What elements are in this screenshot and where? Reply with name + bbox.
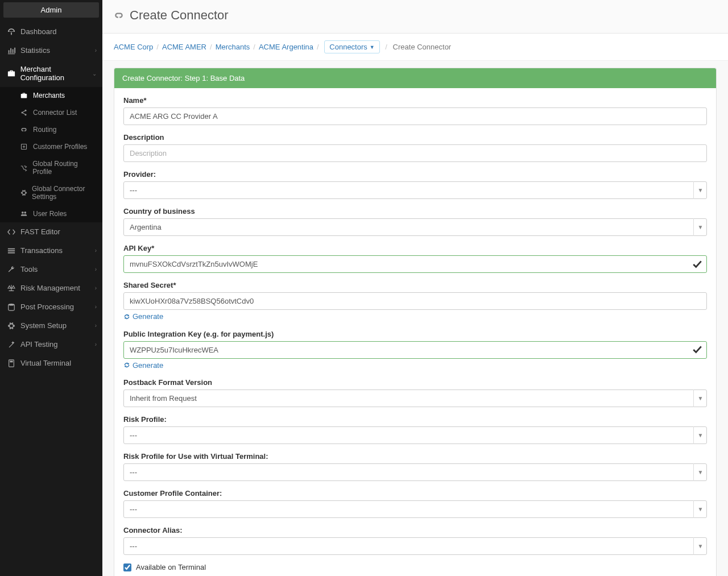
check-icon [692, 259, 702, 270]
subnav-item-global-routing-profile[interactable]: Global Routing Profile [0, 155, 102, 180]
subnav-label: Routing [33, 126, 56, 134]
nav-label: Transactions [20, 246, 63, 255]
subnav-label: Global Routing Profile [32, 160, 96, 176]
nav-item-risk-management[interactable]: Risk Management› [0, 279, 102, 297]
nav-item-fast-editor[interactable]: FAST Editor [0, 222, 102, 241]
chevron-right-icon: › [95, 247, 97, 254]
name-input[interactable] [123, 107, 707, 125]
refresh-icon [123, 313, 130, 320]
subnav-item-customer-profiles[interactable]: Customer Profiles [0, 138, 102, 155]
subnav-item-connector-list[interactable]: Connector List [0, 104, 102, 121]
nav-item-statistics[interactable]: Statistics› [0, 41, 102, 60]
pubkey-label: Public Integration Key (e.g. for payment… [123, 330, 707, 338]
breadcrumb-link-acme-corp[interactable]: ACME Corp [114, 43, 153, 51]
breadcrumb-link-acme-amer[interactable]: ACME AMER [162, 43, 206, 51]
subnav-item-global-connector-settings[interactable]: Global Connector Settings [0, 180, 102, 205]
scale-icon [7, 284, 16, 292]
nav-item-merchant-configuration[interactable]: Merchant Configuration⌄ [0, 60, 102, 87]
pubkey-input[interactable] [123, 341, 707, 359]
generate-sharedsecret-link[interactable]: Generate [123, 312, 163, 321]
main: Create Connector ACME Corp/ACME AMER/Mer… [102, 0, 728, 576]
provider-label: Provider: [123, 170, 707, 179]
breadcrumb-link-acme-argentina[interactable]: ACME Argentina [259, 43, 313, 51]
panel-body: Name* Description Provider: --- ▼ Countr… [114, 88, 716, 576]
form-panel: Create Connector: Step 1: Base Data Name… [114, 68, 717, 576]
link-icon [114, 10, 124, 20]
breadcrumb-link-merchants[interactable]: Merchants [216, 43, 250, 51]
chevron-right-icon: › [95, 341, 97, 347]
nav-label: API Testing [20, 340, 58, 349]
subnav-item-routing[interactable]: Routing [0, 121, 102, 138]
chart-icon [7, 47, 16, 55]
name-label: Name* [123, 96, 707, 105]
subnav-label: User Roles [33, 210, 67, 218]
nav-label: Merchant Configuration [20, 65, 96, 82]
nav-item-tools[interactable]: Tools› [0, 260, 102, 279]
code-icon [7, 228, 16, 236]
nav-item-post-processing[interactable]: Post Processing› [0, 297, 102, 316]
postback-select[interactable]: Inherit from Request [123, 389, 707, 407]
link-icon [20, 126, 28, 133]
list-icon [7, 247, 16, 255]
description-input[interactable] [123, 144, 707, 162]
nav-label: Risk Management [20, 284, 80, 292]
breadcrumb-sep: / [253, 43, 255, 51]
dashboard-icon [7, 28, 16, 36]
riskprofilevt-select[interactable]: --- [123, 463, 707, 481]
nav-item-transactions[interactable]: Transactions› [0, 241, 102, 260]
provider-select[interactable]: --- [123, 181, 707, 199]
generate-pubkey-link[interactable]: Generate [123, 361, 163, 370]
sidebar-header[interactable]: Admin [3, 2, 99, 18]
nav-label: System Setup [20, 321, 67, 330]
share-icon [20, 109, 28, 116]
subnav-item-user-roles[interactable]: User Roles [0, 205, 102, 222]
postback-label: Postback Format Version [123, 378, 707, 387]
riskprofile-select[interactable]: --- [123, 426, 707, 444]
nav-item-system-setup[interactable]: System Setup› [0, 316, 102, 335]
subnav-item-merchants[interactable]: Merchants [0, 87, 102, 104]
caret-down-icon: ▼ [370, 44, 375, 50]
users-icon [20, 210, 28, 217]
subnav-label: Global Connector Settings [32, 185, 96, 201]
subnav-label: Merchants [33, 92, 65, 100]
description-label: Description [123, 133, 707, 142]
custprofile-label: Customer Profile Container: [123, 489, 707, 498]
chevron-right-icon: › [95, 47, 97, 53]
nav-item-api-testing[interactable]: API Testing› [0, 335, 102, 354]
breadcrumb: ACME Corp/ACME AMER/Merchants/ACME Argen… [102, 34, 728, 61]
breadcrumb-sep: / [385, 43, 387, 51]
apikey-input[interactable] [123, 255, 707, 273]
country-select[interactable]: Argentina [123, 218, 707, 236]
chevron-right-icon: › [95, 304, 97, 310]
alias-select[interactable]: --- [123, 537, 707, 555]
custprofile-select[interactable]: --- [123, 500, 707, 518]
nav-item-dashboard[interactable]: Dashboard [0, 22, 102, 41]
breadcrumb-sep: / [317, 43, 319, 51]
nav-label: Statistics [20, 46, 50, 55]
sharedsecret-input[interactable] [123, 292, 707, 310]
nav-label: Dashboard [20, 27, 57, 36]
generate-label: Generate [133, 361, 163, 370]
breadcrumb-sep: / [210, 43, 212, 51]
calc-icon [7, 359, 16, 367]
briefcase-icon [7, 69, 16, 77]
nav-item-virtual-terminal[interactable]: Virtual Terminal [0, 354, 102, 372]
breadcrumb-current: Create Connector [393, 43, 452, 51]
breadcrumb-dropdown-label: Connectors [329, 43, 367, 51]
alias-label: Connector Alias: [123, 526, 707, 534]
breadcrumb-dropdown-connectors[interactable]: Connectors ▼ [324, 40, 379, 53]
nav-label: Virtual Terminal [20, 359, 71, 367]
available-terminal-checkbox[interactable] [123, 563, 131, 571]
page-header: Create Connector [102, 0, 728, 34]
chevron-down-icon: ⌄ [92, 71, 97, 77]
riskprofile-label: Risk Profile: [123, 415, 707, 424]
generate-label: Generate [133, 312, 163, 321]
refresh-icon [123, 362, 130, 368]
subnav-label: Customer Profiles [33, 143, 87, 151]
gear-icon [7, 322, 16, 330]
nav-label: Tools [20, 265, 38, 274]
nav-label: Post Processing [20, 302, 74, 311]
breadcrumb-sep: / [156, 43, 159, 51]
check-icon [692, 345, 702, 355]
briefcase-icon [20, 92, 28, 99]
